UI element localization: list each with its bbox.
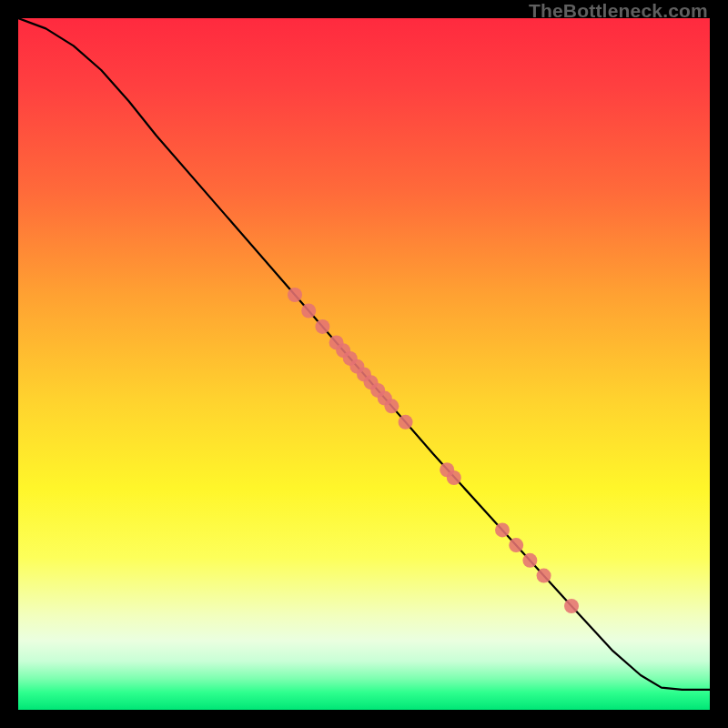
marker-dot: [384, 399, 399, 413]
marker-dot: [564, 599, 579, 613]
chart-overlay: [18, 18, 710, 710]
marker-dot: [288, 288, 302, 302]
marker-dot: [509, 538, 523, 552]
marker-dot: [537, 569, 551, 583]
marker-dot: [315, 319, 329, 334]
marker-dot: [301, 303, 316, 318]
gradient-plot-area: [18, 18, 710, 710]
marker-dot: [495, 522, 510, 537]
marker-dot: [399, 415, 413, 430]
marker-dot: [522, 553, 537, 568]
marker-dot: [447, 470, 461, 485]
curve-line: [18, 18, 710, 690]
chart-frame: TheBottleneck.com: [0, 0, 728, 728]
